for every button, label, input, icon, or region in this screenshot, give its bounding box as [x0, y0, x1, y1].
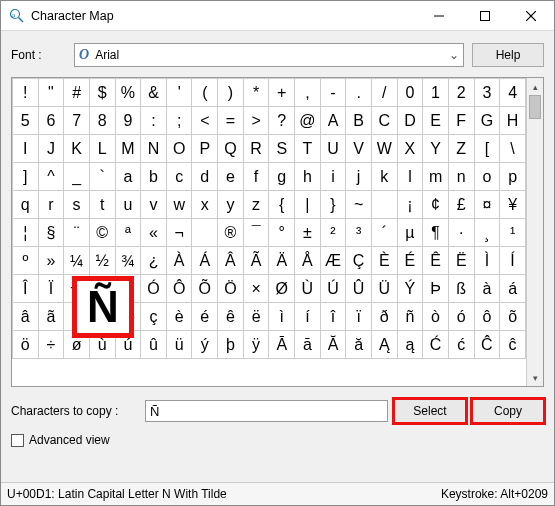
char-cell[interactable]: -	[320, 79, 346, 107]
char-cell[interactable]: 4	[500, 79, 526, 107]
minimize-button[interactable]	[416, 1, 462, 31]
char-cell[interactable]: ă	[346, 331, 372, 359]
scroll-up-icon[interactable]: ▴	[527, 78, 543, 95]
char-cell[interactable]: ¶	[423, 219, 449, 247]
char-cell[interactable]: °	[269, 219, 295, 247]
copy-button[interactable]: Copy	[472, 399, 544, 423]
char-cell[interactable]: ì	[269, 303, 295, 331]
char-cell[interactable]: Â	[218, 247, 244, 275]
char-cell[interactable]: ü	[166, 331, 192, 359]
char-cell[interactable]: s	[64, 191, 90, 219]
char-cell[interactable]: j	[346, 163, 372, 191]
char-cell[interactable]: d	[192, 163, 218, 191]
char-cell[interactable]: 2	[448, 79, 474, 107]
char-cell[interactable]: 6	[38, 107, 64, 135]
char-cell[interactable]: û	[141, 331, 167, 359]
char-cell[interactable]: Ü	[371, 275, 397, 303]
char-cell[interactable]: ½	[89, 247, 115, 275]
char-cell[interactable]: Ă	[320, 331, 346, 359]
char-cell[interactable]: h	[295, 163, 321, 191]
char-cell[interactable]: C	[371, 107, 397, 135]
char-cell[interactable]: z	[243, 191, 269, 219]
char-cell[interactable]: ±	[295, 219, 321, 247]
char-cell[interactable]: e	[218, 163, 244, 191]
char-cell[interactable]: %	[115, 79, 141, 107]
char-cell[interactable]: È	[371, 247, 397, 275]
char-cell[interactable]: U	[320, 135, 346, 163]
char-cell[interactable]: y	[218, 191, 244, 219]
char-cell[interactable]: É	[397, 247, 423, 275]
char-cell[interactable]: Î	[13, 275, 39, 303]
char-cell[interactable]: m	[423, 163, 449, 191]
char-cell[interactable]: (	[192, 79, 218, 107]
char-cell[interactable]: u	[115, 191, 141, 219]
char-cell[interactable]: ¸	[474, 219, 500, 247]
scroll-thumb[interactable]	[529, 95, 541, 119]
char-cell[interactable]: T	[295, 135, 321, 163]
char-cell[interactable]: ·	[448, 219, 474, 247]
char-cell[interactable]: )	[218, 79, 244, 107]
char-cell[interactable]: Ć	[423, 331, 449, 359]
char-cell[interactable]: J	[38, 135, 64, 163]
char-cell[interactable]: Æ	[320, 247, 346, 275]
char-cell[interactable]: [	[474, 135, 500, 163]
char-cell[interactable]: ?	[269, 107, 295, 135]
char-cell[interactable]: n	[448, 163, 474, 191]
char-cell[interactable]: ç	[141, 303, 167, 331]
char-cell[interactable]: I	[13, 135, 39, 163]
char-cell[interactable]: ®	[218, 219, 244, 247]
char-cell[interactable]: Z	[448, 135, 474, 163]
char-cell[interactable]: *	[243, 79, 269, 107]
char-cell[interactable]: :	[141, 107, 167, 135]
characters-to-copy-input[interactable]	[145, 400, 388, 422]
char-cell[interactable]: P	[192, 135, 218, 163]
char-cell[interactable]: Ý	[397, 275, 423, 303]
char-cell[interactable]: 1	[423, 79, 449, 107]
char-cell[interactable]: Ä	[269, 247, 295, 275]
advanced-view-checkbox[interactable]	[11, 434, 24, 447]
scroll-track[interactable]	[527, 95, 543, 369]
char-cell[interactable]: â	[13, 303, 39, 331]
char-cell[interactable]: V	[346, 135, 372, 163]
char-cell[interactable]: _	[64, 163, 90, 191]
char-cell[interactable]: Þ	[423, 275, 449, 303]
char-cell[interactable]: à	[474, 275, 500, 303]
char-cell[interactable]: $	[89, 79, 115, 107]
char-cell[interactable]: F	[448, 107, 474, 135]
char-cell[interactable]: ñ	[397, 303, 423, 331]
char-cell[interactable]: »	[38, 247, 64, 275]
char-cell[interactable]: Ô	[166, 275, 192, 303]
char-cell[interactable]: ¾	[115, 247, 141, 275]
char-cell[interactable]: ï	[346, 303, 372, 331]
char-cell[interactable]: &	[141, 79, 167, 107]
char-cell[interactable]: é	[192, 303, 218, 331]
char-cell[interactable]: ¿	[141, 247, 167, 275]
char-cell[interactable]: S	[269, 135, 295, 163]
char-cell[interactable]: \	[500, 135, 526, 163]
char-cell[interactable]: o	[474, 163, 500, 191]
char-cell[interactable]: 0	[397, 79, 423, 107]
char-cell[interactable]: D	[397, 107, 423, 135]
char-cell[interactable]: ¹	[500, 219, 526, 247]
char-cell[interactable]: î	[320, 303, 346, 331]
char-cell[interactable]: ;	[166, 107, 192, 135]
maximize-button[interactable]	[462, 1, 508, 31]
char-cell[interactable]: {	[269, 191, 295, 219]
char-cell[interactable]: 3	[474, 79, 500, 107]
char-cell[interactable]: ã	[38, 303, 64, 331]
char-cell[interactable]: l	[397, 163, 423, 191]
char-cell[interactable]: À	[166, 247, 192, 275]
char-cell[interactable]: Ù	[295, 275, 321, 303]
char-cell[interactable]: ¬	[166, 219, 192, 247]
char-cell[interactable]: Ą	[371, 331, 397, 359]
grid-scrollbar[interactable]: ▴ ▾	[526, 78, 543, 386]
char-cell[interactable]: ¯	[243, 219, 269, 247]
char-cell[interactable]: |	[295, 191, 321, 219]
char-cell[interactable]: Ì	[474, 247, 500, 275]
char-cell[interactable]: f	[243, 163, 269, 191]
char-cell[interactable]: µ	[397, 219, 423, 247]
char-cell[interactable]: Ç	[346, 247, 372, 275]
char-cell[interactable]: Á	[192, 247, 218, 275]
char-cell[interactable]: <	[192, 107, 218, 135]
char-cell[interactable]: v	[141, 191, 167, 219]
